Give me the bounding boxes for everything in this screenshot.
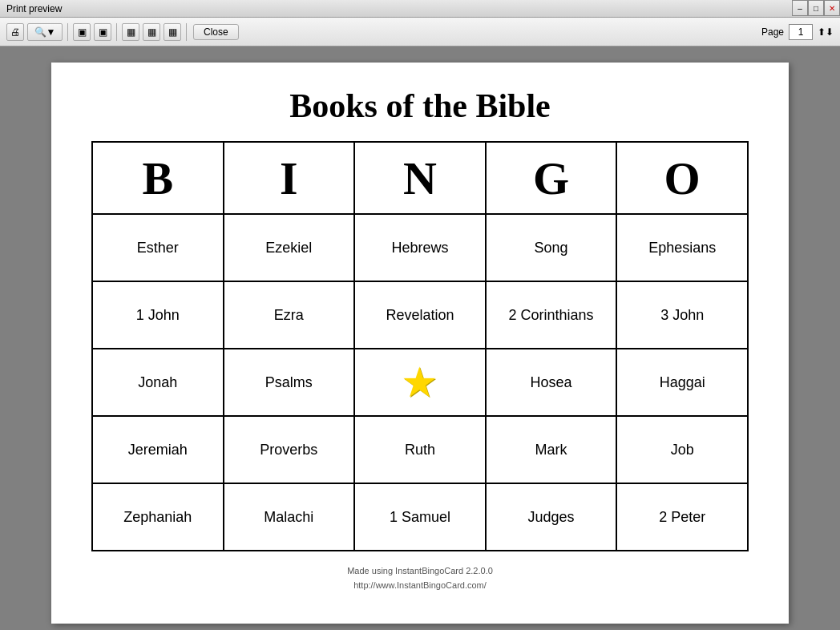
cell-r5c4: Judges: [486, 483, 617, 551]
cell-r4c1: Jeremiah: [92, 416, 224, 483]
bingo-n: N: [354, 142, 486, 214]
footer: Made using InstantBingoCard 2.2.0.0 http…: [347, 564, 493, 592]
cell-r2c4: 2 Corinthians: [486, 281, 617, 349]
cell-r2c1: 1 John: [92, 281, 224, 349]
bingo-g: G: [486, 142, 617, 214]
cell-r3c4: Hosea: [486, 349, 617, 416]
table-row: Jonah Psalms ★ Hosea Haggai: [92, 349, 748, 416]
bingo-header-row: B I N G O: [92, 142, 748, 214]
cell-r5c2: Malachi: [224, 483, 355, 551]
close-preview-button[interactable]: Close: [193, 24, 239, 40]
separator-1: [67, 23, 68, 41]
toolbar: 🖨 🔍▼ ▣ ▣ ▦ ▦ ▦ Close Page ⬆⬇: [0, 18, 840, 46]
table-row: 1 John Ezra Revelation 2 Corinthians 3 J…: [92, 281, 748, 349]
layout-icon-2[interactable]: ▦: [143, 23, 160, 41]
cell-r3c5: Haggai: [616, 349, 748, 416]
page-icon-2[interactable]: ▣: [94, 23, 111, 41]
title-bar: Print preview – □ ✕: [0, 0, 840, 18]
table-row: Zephaniah Malachi 1 Samuel Judges 2 Pete…: [92, 483, 748, 551]
separator-3: [186, 23, 187, 41]
cell-r4c5: Job: [616, 416, 748, 483]
cell-r4c3: Ruth: [354, 416, 486, 483]
cell-r5c5: 2 Peter: [616, 483, 748, 551]
bingo-o: O: [616, 142, 748, 214]
cell-r2c3: Revelation: [354, 281, 486, 349]
window-controls: – □ ✕: [792, 0, 840, 16]
paper: Books of the Bible B I N G O Esther Ezek…: [51, 63, 789, 624]
close-window-button[interactable]: ✕: [824, 0, 840, 16]
page-indicator: Page ⬆⬇: [761, 24, 834, 40]
cell-r1c1: Esther: [92, 214, 224, 281]
page-arrows[interactable]: ⬆⬇: [818, 26, 834, 38]
zoom-icon[interactable]: 🔍▼: [27, 23, 63, 41]
card-title: Books of the Bible: [289, 87, 551, 125]
cell-r4c4: Mark: [486, 416, 617, 483]
bingo-i: I: [224, 142, 355, 214]
cell-r2c5: 3 John: [616, 281, 748, 349]
cell-r1c4: Song: [486, 214, 617, 281]
bingo-table: B I N G O Esther Ezekiel Hebrews Song Ep…: [91, 141, 749, 551]
page-icon-1[interactable]: ▣: [73, 23, 91, 41]
table-row: Esther Ezekiel Hebrews Song Ephesians: [92, 214, 748, 281]
cell-r4c2: Proverbs: [224, 416, 355, 483]
maximize-button[interactable]: □: [808, 0, 824, 16]
cell-r5c3: 1 Samuel: [354, 483, 486, 551]
footer-line1: Made using InstantBingoCard 2.2.0.0: [347, 564, 493, 579]
minimize-button[interactable]: –: [792, 0, 808, 16]
bingo-b: B: [92, 142, 224, 214]
cell-r1c5: Ephesians: [616, 214, 748, 281]
page-number-input[interactable]: [789, 24, 813, 40]
layout-icon-1[interactable]: ▦: [122, 23, 139, 41]
cell-r3c2: Psalms: [224, 349, 355, 416]
page-text: Page: [761, 26, 784, 38]
table-row: Jeremiah Proverbs Ruth Mark Job: [92, 416, 748, 483]
window-title: Print preview: [6, 3, 62, 14]
star-icon: ★: [401, 361, 438, 403]
separator-2: [116, 23, 117, 41]
footer-line2: http://www.InstantBingoCard.com/: [347, 579, 493, 593]
cell-r5c1: Zephaniah: [92, 483, 224, 551]
free-space-cell: ★: [354, 349, 486, 416]
cell-r3c1: Jonah: [92, 349, 224, 416]
layout-icon-3[interactable]: ▦: [164, 23, 181, 41]
cell-r1c3: Hebrews: [354, 214, 486, 281]
cell-r2c2: Ezra: [224, 281, 355, 349]
cell-r1c2: Ezekiel: [224, 214, 355, 281]
print-icon[interactable]: 🖨: [6, 23, 24, 41]
content-area: Books of the Bible B I N G O Esther Ezek…: [0, 46, 840, 630]
